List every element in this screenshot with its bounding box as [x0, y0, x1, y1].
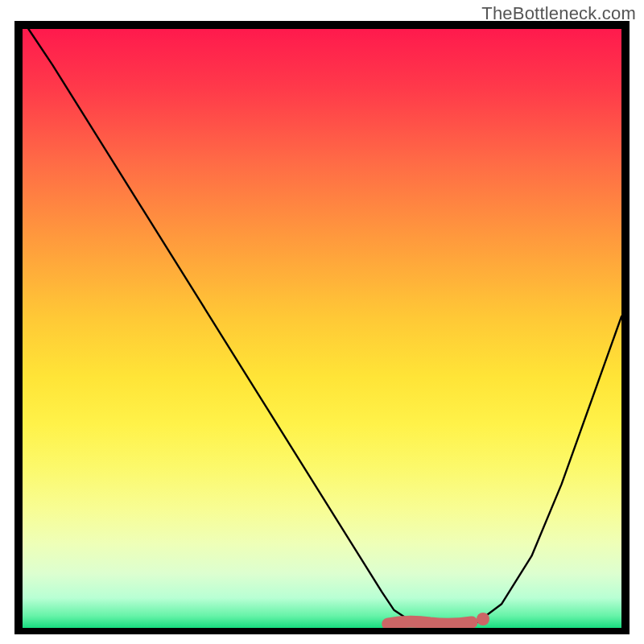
plot-background-gradient	[23, 29, 621, 628]
watermark-text: TheBottleneck.com	[481, 3, 636, 24]
svg-point-0	[477, 613, 489, 625]
plot-frame	[14, 21, 630, 634]
highlight-band	[23, 29, 621, 628]
